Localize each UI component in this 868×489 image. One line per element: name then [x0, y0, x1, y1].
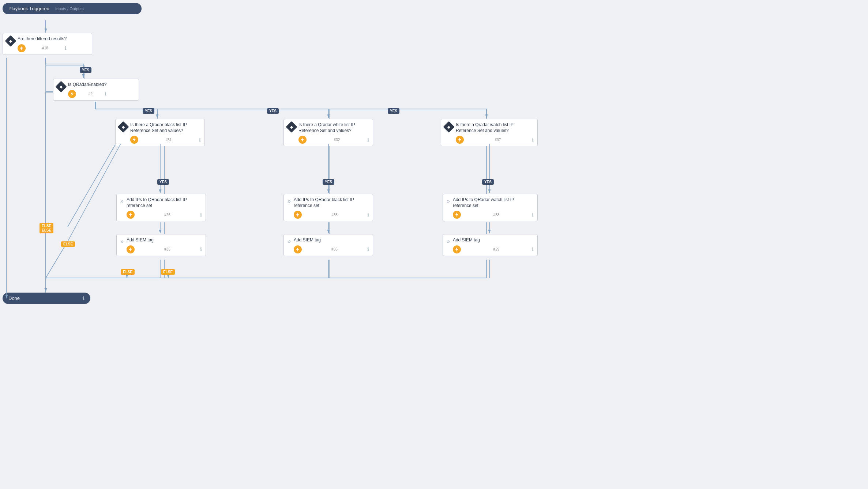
- siem-tag-3-info[interactable]: ℹ: [532, 247, 534, 252]
- yes-label-7: YES: [482, 179, 494, 185]
- siem-tag-3-title: Add SIEM tag: [453, 237, 534, 243]
- filtered-results-node: ◆ Are there filtered results? #18 ℹ: [3, 33, 92, 55]
- else-label-1: ELSEELSE: [40, 223, 53, 233]
- white-list-info[interactable]: ℹ: [367, 137, 369, 143]
- filtered-results-badge: [18, 44, 26, 52]
- black-list-info[interactable]: ℹ: [199, 137, 201, 143]
- add-white-ips-id: #33: [331, 213, 338, 217]
- watch-list-check-node: ◆ Is there a Qradar watch list IP Refere…: [441, 119, 538, 146]
- add-black-ips-title: Add IPs to QRadar black list IP referenc…: [127, 197, 202, 208]
- filtered-results-info[interactable]: ℹ: [65, 45, 67, 51]
- else-label-3: ELSE: [121, 269, 135, 275]
- siem-tag-1-badge: [127, 245, 135, 253]
- yes-label-2: YES: [143, 108, 154, 114]
- yes-label-6: YES: [323, 179, 334, 185]
- add-black-ips-info[interactable]: ℹ: [200, 212, 202, 218]
- watch-list-info[interactable]: ℹ: [532, 137, 534, 143]
- else-label-4: ELSE: [161, 269, 175, 275]
- yes-label-4: YES: [388, 108, 399, 114]
- black-list-check-title: Is there a Qradar black list IP Referenc…: [130, 122, 201, 133]
- yes-label-1: YES: [80, 67, 91, 73]
- qradar-enabled-title: Is QRadarEnabled?: [68, 82, 106, 88]
- black-list-check-node: ◆ Is there a Qradar black list IP Refere…: [115, 119, 205, 146]
- svg-line-27: [68, 135, 121, 227]
- watch-list-check-title: Is there a Qradar watch list IP Referenc…: [456, 122, 534, 133]
- qradar-enabled-info[interactable]: ℹ: [105, 91, 106, 97]
- qradar-enabled-badge: [68, 90, 76, 98]
- white-list-check-title: Is there a Qradar white list IP Referenc…: [298, 122, 369, 133]
- black-list-badge: [130, 136, 138, 144]
- add-watch-ips-info[interactable]: ℹ: [532, 212, 534, 218]
- add-black-ips-id: #26: [164, 213, 170, 217]
- add-white-ips-title: Add IPs to QRadar black list IP referenc…: [294, 197, 369, 208]
- siem-tag-1-title: Add SIEM tag: [127, 237, 202, 243]
- done-node: Done ℹ: [3, 293, 90, 304]
- black-list-id: #31: [166, 138, 172, 142]
- siem-tag-2-id: #36: [331, 247, 338, 251]
- white-list-check-node: ◆ Is there a Qradar white list IP Refere…: [283, 119, 373, 146]
- add-white-ips-badge: [294, 211, 302, 219]
- filtered-results-id: #18: [42, 46, 48, 50]
- start-node-subtitle: Inputs / Outputs: [55, 7, 84, 11]
- siem-tag-1-info[interactable]: ℹ: [200, 247, 202, 252]
- watch-list-badge: [456, 136, 464, 144]
- yes-label-3: YES: [267, 108, 279, 114]
- add-white-ips-info[interactable]: ℹ: [367, 212, 369, 218]
- siem-tag-2-node: » Add SIEM tag #36 ℹ: [283, 234, 373, 256]
- qradar-enabled-id: #9: [89, 92, 93, 96]
- siem-tag-3-badge: [453, 245, 461, 253]
- qradar-enabled-node: ◆ Is QRadarEnabled? #9 ℹ: [53, 79, 139, 101]
- siem-tag-3-node: » Add SIEM tag #29 ℹ: [443, 234, 538, 256]
- add-watch-ips-title: Add IPs to QRadar watch list IP referenc…: [453, 197, 534, 208]
- white-list-id: #32: [334, 138, 340, 142]
- watch-list-id: #37: [495, 138, 501, 142]
- else-label-2: ELSE: [61, 241, 75, 247]
- done-node-title: Done: [8, 296, 20, 301]
- siem-tag-1-node: » Add SIEM tag #35 ℹ: [116, 234, 206, 256]
- siem-tag-2-title: Add SIEM tag: [294, 237, 369, 243]
- siem-tag-1-id: #35: [164, 247, 170, 251]
- white-list-badge: [298, 136, 307, 144]
- yes-label-5: YES: [157, 179, 169, 185]
- add-watch-ips-node: » Add IPs to QRadar watch list IP refere…: [443, 194, 538, 221]
- start-node: Playbook Triggered Inputs / Outputs: [3, 3, 142, 14]
- done-info[interactable]: ℹ: [83, 296, 84, 301]
- add-watch-ips-badge: [453, 211, 461, 219]
- add-white-ips-node: » Add IPs to QRadar black list IP refere…: [283, 194, 373, 221]
- filtered-results-title: Are there filtered results?: [18, 36, 67, 42]
- siem-tag-2-badge: [294, 245, 302, 253]
- siem-tag-2-info[interactable]: ℹ: [367, 247, 369, 252]
- add-black-ips-node: » Add IPs to QRadar black list IP refere…: [116, 194, 206, 221]
- add-watch-ips-id: #38: [493, 213, 500, 217]
- siem-tag-3-id: #29: [493, 247, 500, 251]
- add-black-ips-badge: [127, 211, 135, 219]
- start-node-title: Playbook Triggered: [8, 6, 49, 11]
